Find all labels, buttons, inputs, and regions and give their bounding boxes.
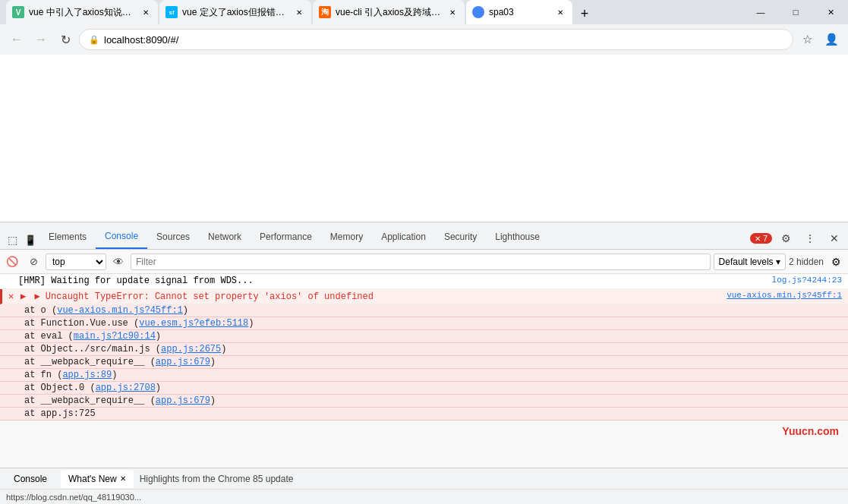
bottom-tab-close[interactable]: ✕	[120, 474, 126, 483]
console-toolbar: 🚫 ⊘ top 👁 Default levels ▾ 2 hidden ⚙	[0, 250, 848, 274]
error-count-badge: ✕ 7	[750, 233, 772, 244]
bottom-status-text: Highlights from the Chrome 85 update	[140, 474, 842, 484]
tab-title-2: vue 定义了axios但报错无法…	[182, 6, 288, 19]
bookmark-button[interactable]: ☆	[796, 29, 818, 50]
bottom-tab-whats-new[interactable]: What's New ✕	[61, 470, 134, 488]
stack-line-5: at __webpack_require__ (app.js:679)	[0, 356, 848, 369]
bottom-tab-console[interactable]: Console	[6, 470, 55, 488]
default-levels-dropdown[interactable]: Default levels ▾	[714, 254, 786, 270]
tab-application[interactable]: Application	[372, 225, 435, 249]
tab-network[interactable]: Network	[199, 225, 251, 249]
stack-line-3: at eval (main.js?1c90:14)	[0, 330, 848, 343]
bottom-tab-bar: Console What's New ✕ Highlights from the…	[0, 468, 848, 489]
tab-security[interactable]: Security	[435, 225, 486, 249]
forward-button[interactable]: →	[30, 29, 52, 50]
tab-sources[interactable]: Sources	[147, 225, 199, 249]
error-source[interactable]: vue-axios.min.js?45ff:1	[727, 291, 842, 300]
stack-line-4: at Object../src/main.js (app.js:2675)	[0, 343, 848, 356]
hmr-source[interactable]: log.js?4244:23	[772, 276, 842, 285]
error-main-text: ▶ ▶ Uncaught TypeError: Cannot set prope…	[20, 291, 720, 302]
clear-console-button[interactable]: 🚫	[3, 253, 21, 271]
hidden-count: 2 hidden	[789, 257, 824, 267]
error-icon: ✕	[8, 291, 20, 302]
tab-vue-sf[interactable]: sf vue 定义了axios但报错无法… ✕	[159, 0, 311, 24]
tab-title-4: spa03	[489, 7, 550, 17]
console-row-hmr: [HMR] Waiting for update signal from WDS…	[0, 274, 848, 289]
devtools-close-button[interactable]: ✕	[824, 228, 845, 249]
tab-performance[interactable]: Performance	[251, 225, 321, 249]
address-toolbar: ← → ↻ 🔒 ☆ 👤	[0, 24, 848, 55]
status-url: https://blog.csdn.net/qq_48119030...	[6, 493, 842, 502]
expand-arrow[interactable]: ▶	[20, 291, 26, 302]
status-bar: https://blog.csdn.net/qq_48119030...	[0, 489, 848, 504]
stack-line-7: at Object.0 (app.js:2708)	[0, 382, 848, 395]
tab-close-3[interactable]: ✕	[446, 6, 459, 18]
tab-memory[interactable]: Memory	[321, 225, 372, 249]
devtools-inspect-button[interactable]: ⬚	[3, 231, 21, 249]
stack-line-2: at Function.Vue.use (vue.esm.js?efeb:511…	[0, 317, 848, 330]
back-button[interactable]: ←	[6, 29, 27, 50]
tab-favicon-2: sf	[166, 6, 178, 18]
tab-title-1: vue 中引入了axios知说找不…	[29, 6, 135, 19]
yuucn-watermark: Yuucn.com	[782, 425, 839, 437]
tab-vue-axios[interactable]: V vue 中引入了axios知说找不… ✕	[6, 0, 158, 24]
tab-title-3: vue-cli 引入axios及跨域使用	[336, 6, 442, 19]
tab-spa03[interactable]: spa03 ✕	[466, 0, 572, 24]
address-bar[interactable]: 🔒	[79, 29, 793, 50]
stack-line-8: at __webpack_require__ (app.js:679)	[0, 395, 848, 408]
profile-button[interactable]: 👤	[821, 29, 842, 50]
lock-icon: 🔒	[89, 35, 99, 45]
address-input[interactable]	[104, 34, 783, 46]
minimize-button[interactable]: —	[743, 0, 778, 24]
tab-favicon-3: 淘	[319, 6, 331, 18]
eye-button[interactable]: 👁	[109, 253, 128, 271]
tab-vue-cli[interactable]: 淘 vue-cli 引入axios及跨域使用 ✕	[313, 0, 465, 24]
tab-close-1[interactable]: ✕	[140, 6, 152, 18]
devtools-panel: ⬚ 📱 Elements Console Sources Network Per…	[0, 222, 848, 489]
devtools-settings-button[interactable]: ⚙	[775, 228, 796, 249]
tab-favicon-4	[472, 6, 484, 18]
tab-favicon-1: V	[12, 6, 24, 18]
console-output: [HMR] Waiting for update signal from WDS…	[0, 274, 848, 468]
devtools-device-button[interactable]: 📱	[21, 231, 39, 249]
tab-console[interactable]: Console	[96, 225, 147, 249]
context-select[interactable]: top	[46, 254, 106, 270]
tab-close-4[interactable]: ✕	[554, 6, 566, 18]
stop-button[interactable]: ⊘	[24, 253, 43, 271]
tab-elements[interactable]: Elements	[39, 225, 96, 249]
tab-close-2[interactable]: ✕	[293, 6, 305, 18]
tab-lighthouse[interactable]: Lighthouse	[486, 225, 549, 249]
close-button[interactable]: ✕	[813, 0, 848, 24]
toolbar-icons: ☆ 👤	[796, 29, 842, 50]
hmr-message: [HMR] Waiting for update signal from WDS…	[18, 276, 766, 286]
reload-button[interactable]: ↻	[55, 29, 76, 50]
window-controls: — □ ✕	[743, 0, 848, 24]
stack-line-9: at app.js:725	[0, 408, 848, 421]
filter-input[interactable]	[131, 254, 711, 270]
maximize-button[interactable]: □	[778, 0, 813, 24]
devtools-tabs-bar: ⬚ 📱 Elements Console Sources Network Per…	[0, 222, 848, 250]
new-tab-button[interactable]: +	[574, 3, 595, 24]
console-settings-button[interactable]: ⚙	[827, 253, 845, 271]
console-row-error-main: ✕ ▶ ▶ Uncaught TypeError: Cannot set pro…	[0, 289, 848, 304]
stack-line-1: at o (vue-axios.min.js?45ff:1)	[0, 304, 848, 317]
stack-line-6: at fn (app.js:89)	[0, 369, 848, 382]
title-bar: V vue 中引入了axios知说找不… ✕ sf vue 定义了axios但报…	[0, 0, 848, 24]
devtools-more-button[interactable]: ⋮	[799, 228, 821, 249]
